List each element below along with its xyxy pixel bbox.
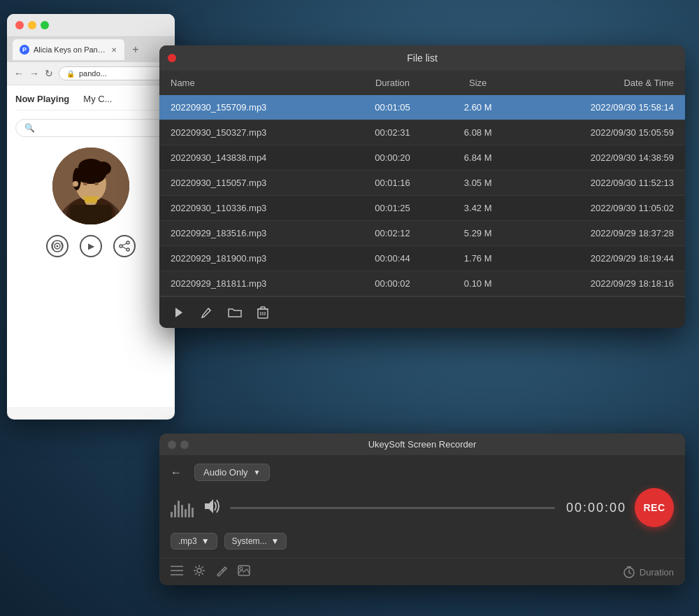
- svg-line-37: [222, 570, 224, 571]
- svg-point-36: [197, 568, 201, 573]
- file-duration: 00:00:20: [347, 145, 438, 171]
- minimize-dot[interactable]: [28, 21, 36, 29]
- play-file-button[interactable]: [171, 304, 187, 321]
- recorder-bottom: Duration: [159, 558, 685, 585]
- file-datetime: 2022/09/30 14:38:59: [517, 145, 685, 171]
- recorder-content: ← Audio Only ▼: [159, 455, 685, 558]
- edit-file-button[interactable]: [199, 304, 215, 321]
- list-icon[interactable]: [171, 565, 183, 579]
- file-size: 5.29 M: [438, 221, 518, 246]
- search-bar[interactable]: 🔍: [15, 119, 166, 137]
- my-collection-tab[interactable]: My C...: [83, 94, 112, 104]
- file-name: 20220929_183516.mp3: [159, 221, 347, 246]
- back-button[interactable]: ←: [14, 68, 24, 79]
- maximize-dot[interactable]: [41, 21, 49, 29]
- source-dropdown[interactable]: System... ▼: [224, 533, 287, 550]
- table-row[interactable]: 20220929_181811.mp3 00:00:02 0.10 M 2022…: [159, 271, 685, 296]
- file-list-body: 20220930_155709.mp3 00:01:05 2.60 M 2022…: [159, 95, 685, 296]
- table-row[interactable]: 20220930_155709.mp3 00:01:05 2.60 M 2022…: [159, 95, 685, 120]
- table-row[interactable]: 20220930_115057.mp3 00:01:16 3.05 M 2022…: [159, 171, 685, 196]
- browser-nav-tabs: Now Playing My C...: [15, 94, 166, 110]
- table-row[interactable]: 20220929_183516.mp3 00:02:12 5.29 M 2022…: [159, 221, 685, 246]
- play-button[interactable]: ▶: [80, 235, 102, 257]
- recorder-dots: [168, 440, 189, 449]
- refresh-button[interactable]: ↻: [45, 68, 53, 79]
- file-size: 3.42 M: [438, 196, 518, 221]
- duration-button[interactable]: Duration: [623, 566, 674, 578]
- brush-icon[interactable]: [215, 564, 228, 580]
- fl-close-dot[interactable]: [168, 54, 176, 62]
- address-text: pando...: [79, 69, 107, 78]
- svg-marker-23: [175, 308, 182, 317]
- delete-file-button[interactable]: [254, 304, 271, 321]
- file-datetime: 2022/09/29 18:19:44: [517, 246, 685, 271]
- now-playing-tab[interactable]: Now Playing: [15, 94, 69, 104]
- radio-button[interactable]: [46, 235, 69, 257]
- svg-line-21: [122, 243, 127, 245]
- settings-icon[interactable]: [193, 564, 206, 580]
- recorder-titlebar: UkeySoft Screen Recorder: [159, 434, 685, 455]
- format-dropdown[interactable]: .mp3 ▼: [171, 533, 217, 550]
- file-name: 20220930_155709.mp3: [159, 95, 347, 120]
- svg-point-39: [240, 567, 243, 570]
- source-label: System...: [232, 536, 267, 546]
- file-datetime: 2022/09/30 11:05:02: [517, 196, 685, 221]
- svg-point-11: [73, 181, 78, 187]
- rec-dot2: [180, 440, 189, 449]
- svg-rect-13: [70, 205, 112, 224]
- image-icon[interactable]: [238, 565, 250, 579]
- file-datetime: 2022/09/29 18:37:28: [517, 221, 685, 246]
- dropdown-arrow-icon: ▼: [254, 468, 261, 476]
- svg-point-20: [127, 248, 129, 251]
- close-dot[interactable]: [15, 21, 24, 29]
- browser-nav: ← → ↻ 🔒 pando...: [7, 62, 175, 85]
- file-list-dots: [168, 54, 176, 62]
- format-arrow-icon: ▼: [201, 536, 210, 546]
- svg-point-17: [57, 245, 59, 248]
- file-duration: 00:01:16: [347, 171, 438, 196]
- new-tab-button[interactable]: +: [127, 41, 144, 58]
- col-datetime: Date & Time: [517, 71, 685, 95]
- file-size: 6.08 M: [438, 120, 518, 145]
- file-list-table: Name Duration Size Date & Time 20220930_…: [159, 71, 685, 296]
- file-list-toolbar: [159, 296, 685, 328]
- svg-point-8: [94, 162, 111, 176]
- tab-close-button[interactable]: ✕: [111, 45, 117, 55]
- folder-button[interactable]: [226, 304, 243, 321]
- table-row[interactable]: 20220930_110336.mp3 00:01:25 3.42 M 2022…: [159, 196, 685, 221]
- svg-point-19: [120, 245, 122, 248]
- file-name: 20220930_143838.mp4: [159, 145, 347, 171]
- recorder-bottom-icons: [171, 564, 250, 580]
- browser-dots: [15, 21, 49, 29]
- table-row[interactable]: 20220930_150327.mp3 00:02:31 6.08 M 2022…: [159, 120, 685, 145]
- file-duration: 00:02:12: [347, 221, 438, 246]
- recorder-back-button[interactable]: ←: [171, 466, 187, 479]
- file-name: 20220930_150327.mp3: [159, 120, 347, 145]
- browser-tab-pandora[interactable]: P Alicia Keys on Pandora | Radio... ✕: [13, 39, 124, 60]
- file-size: 3.05 M: [438, 171, 518, 196]
- share-button[interactable]: [113, 235, 136, 257]
- browser-window: P Alicia Keys on Pandora | Radio... ✕ + …: [7, 14, 175, 420]
- rec-timer: 00:00:00: [563, 501, 626, 515]
- browser-content: Now Playing My C... 🔍: [7, 85, 175, 407]
- svg-point-18: [127, 241, 129, 244]
- table-header-row: Name Duration Size Date & Time: [159, 71, 685, 95]
- file-duration: 00:01:05: [347, 95, 438, 120]
- recorder-progress-bar[interactable]: [230, 507, 555, 509]
- forward-button[interactable]: →: [29, 68, 39, 79]
- file-datetime: 2022/09/30 15:05:59: [517, 120, 685, 145]
- file-duration: 00:00:44: [347, 246, 438, 271]
- volume-icon[interactable]: [202, 498, 222, 518]
- table-row[interactable]: 20220930_143838.mp4 00:00:20 6.84 M 2022…: [159, 145, 685, 171]
- address-bar[interactable]: 🔒 pando...: [59, 66, 168, 80]
- svg-line-42: [629, 573, 631, 574]
- audio-only-dropdown[interactable]: Audio Only ▼: [194, 464, 270, 481]
- svg-point-10: [94, 182, 99, 185]
- pandora-icon: P: [20, 45, 29, 55]
- file-name: 20220929_181900.mp3: [159, 246, 347, 271]
- table-row[interactable]: 20220929_181900.mp3 00:00:44 1.76 M 2022…: [159, 246, 685, 271]
- recorder-title: UkeySoft Screen Recorder: [171, 439, 674, 450]
- rec-button[interactable]: REC: [635, 488, 674, 527]
- file-list-titlebar: File list: [159, 45, 685, 71]
- file-size: 6.84 M: [438, 145, 518, 171]
